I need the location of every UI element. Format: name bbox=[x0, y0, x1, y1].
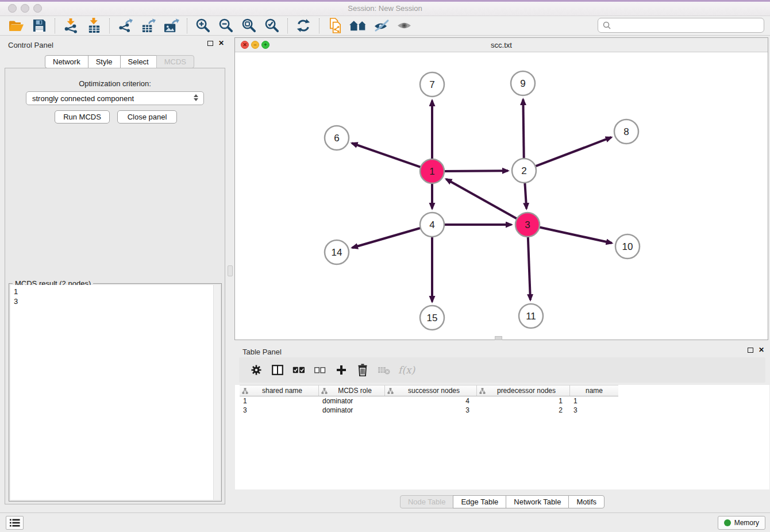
open-file-button[interactable] bbox=[5, 17, 28, 35]
graph-edge-2-8[interactable] bbox=[534, 137, 611, 167]
column-type-icon bbox=[242, 388, 248, 394]
memory-label: Memory bbox=[734, 519, 759, 527]
delete-rows-button[interactable] bbox=[356, 362, 369, 378]
graph-edge-3-10[interactable] bbox=[538, 227, 612, 243]
table-row[interactable]: 1dominator411 bbox=[240, 396, 618, 406]
save-session-button[interactable] bbox=[28, 17, 51, 35]
table-cell[interactable]: 1 bbox=[240, 397, 319, 405]
zoom-in-button[interactable] bbox=[191, 17, 214, 35]
table-settings-button[interactable] bbox=[249, 362, 263, 378]
criterion-dropdown[interactable]: strongly connected component bbox=[26, 91, 204, 105]
mcds-result-text[interactable]: 13 bbox=[10, 285, 220, 500]
delete-columns-button[interactable] bbox=[377, 362, 391, 378]
toolbar-separator bbox=[287, 18, 288, 33]
select-all-columns-button[interactable] bbox=[292, 362, 306, 378]
optimization-criterion-label: Optimization criterion: bbox=[5, 79, 225, 88]
checked-boxes-icon bbox=[292, 367, 305, 373]
tab-network-table[interactable]: Network Table bbox=[506, 495, 569, 508]
close-table-panel-icon[interactable]: ✕ bbox=[759, 347, 764, 353]
zoom-out-button[interactable] bbox=[214, 17, 237, 35]
table-cell[interactable]: 3 bbox=[385, 406, 477, 414]
close-panel-button[interactable]: Close panel bbox=[117, 110, 177, 124]
graph-node-label-14: 14 bbox=[332, 247, 342, 258]
tab-network[interactable]: Network bbox=[45, 55, 88, 68]
graph-edge-1-6[interactable] bbox=[352, 143, 422, 167]
run-mcds-button[interactable]: Run MCDS bbox=[55, 110, 110, 124]
table-panel-title: Table Panel bbox=[242, 348, 282, 356]
memory-button[interactable]: Memory bbox=[718, 516, 765, 530]
tab-edge-table[interactable]: Edge Table bbox=[453, 495, 506, 508]
table-cell[interactable]: dominator bbox=[319, 406, 385, 414]
import-network-icon bbox=[63, 18, 79, 33]
float-panel-icon[interactable] bbox=[207, 41, 213, 46]
graph-edge-3-11[interactable] bbox=[528, 236, 530, 300]
table-toolbar: f(x) bbox=[239, 357, 765, 383]
unselect-all-columns-button[interactable] bbox=[313, 362, 327, 378]
export-image-icon bbox=[163, 18, 180, 33]
graph-node-label-1: 1 bbox=[429, 166, 434, 177]
export-network-button[interactable] bbox=[114, 17, 137, 35]
column-header-predecessor-nodes[interactable]: predecessor nodes bbox=[477, 385, 570, 396]
node-table: shared name MCDS role successor nodes pr… bbox=[235, 385, 769, 489]
export-image-button[interactable] bbox=[160, 17, 183, 35]
column-header-mcds-role[interactable]: MCDS role bbox=[319, 385, 385, 396]
show-columns-button[interactable] bbox=[271, 362, 284, 378]
tab-mcds[interactable]: MCDS bbox=[156, 55, 194, 68]
table-panel-tabs: Node TableEdge TableNetwork TableMotifs bbox=[234, 495, 770, 508]
table-cell[interactable]: 1 bbox=[570, 397, 618, 405]
toolbar-separator bbox=[109, 18, 110, 33]
zoom-fit-button[interactable] bbox=[237, 17, 260, 35]
table-cell[interactable]: 4 bbox=[385, 397, 477, 405]
column-header-successor-nodes[interactable]: successor nodes bbox=[385, 385, 477, 396]
network-window-titlebar[interactable]: ✕ − + scc.txt bbox=[235, 38, 768, 52]
save-icon bbox=[32, 18, 47, 33]
import-table-button[interactable] bbox=[82, 17, 105, 35]
clone-network-icon bbox=[328, 18, 342, 33]
tab-motifs[interactable]: Motifs bbox=[568, 495, 605, 508]
table-row[interactable]: 3dominator323 bbox=[240, 406, 618, 415]
column-header-name[interactable]: name bbox=[570, 385, 618, 396]
clone-network-button[interactable] bbox=[324, 17, 346, 35]
task-history-button[interactable] bbox=[6, 516, 24, 530]
graph-edge-2-3[interactable] bbox=[525, 182, 526, 209]
add-row-button[interactable] bbox=[334, 362, 348, 378]
export-network-icon bbox=[118, 18, 133, 33]
tab-node-table[interactable]: Node Table bbox=[400, 495, 454, 508]
function-builder-button[interactable]: f(x) bbox=[398, 362, 415, 378]
zoom-out-icon bbox=[218, 18, 234, 33]
network-view-window: ✕ − + scc.txt 7968124314101511 bbox=[234, 37, 768, 340]
panel-splitter-handle[interactable] bbox=[228, 265, 233, 276]
refresh-button[interactable] bbox=[292, 17, 315, 35]
empty-boxes-icon bbox=[314, 367, 326, 373]
graph-edge-2-9[interactable] bbox=[523, 99, 523, 160]
result-scrollbar[interactable] bbox=[213, 285, 220, 500]
toolbar-separator bbox=[319, 18, 319, 33]
export-table-button[interactable] bbox=[137, 17, 160, 35]
graph-edge-3-1[interactable] bbox=[446, 179, 518, 219]
table-cell[interactable]: 3 bbox=[240, 406, 319, 414]
show-all-button[interactable] bbox=[392, 17, 415, 35]
zoom-in-icon bbox=[195, 18, 211, 33]
table-cell[interactable]: 1 bbox=[477, 397, 570, 405]
network-canvas[interactable]: 7968124314101511 bbox=[235, 52, 768, 340]
columns-icon bbox=[272, 365, 283, 375]
graph-edge-1-2[interactable] bbox=[443, 171, 508, 171]
network-graph: 7968124314101511 bbox=[235, 52, 768, 340]
graph-edge-4-14[interactable] bbox=[352, 228, 422, 248]
tab-select[interactable]: Select bbox=[120, 55, 157, 68]
import-network-button[interactable] bbox=[59, 17, 82, 35]
zoom-selected-button[interactable] bbox=[260, 17, 283, 35]
hide-selected-button[interactable] bbox=[369, 17, 392, 35]
table-cell[interactable]: 3 bbox=[570, 406, 618, 414]
table-cell[interactable]: 2 bbox=[477, 406, 570, 414]
close-panel-icon[interactable]: ✕ bbox=[218, 40, 224, 46]
graph-node-label-3: 3 bbox=[525, 219, 530, 230]
view-table-splitter-handle[interactable] bbox=[495, 336, 502, 340]
table-cell[interactable]: dominator bbox=[319, 397, 385, 405]
float-table-panel-icon[interactable] bbox=[748, 348, 753, 353]
first-neighbors-button[interactable] bbox=[346, 17, 369, 35]
window-title: Session: New Session bbox=[0, 4, 770, 13]
tab-style[interactable]: Style bbox=[88, 55, 121, 68]
search-input[interactable] bbox=[614, 21, 759, 30]
column-header-shared-name[interactable]: shared name bbox=[240, 385, 319, 396]
